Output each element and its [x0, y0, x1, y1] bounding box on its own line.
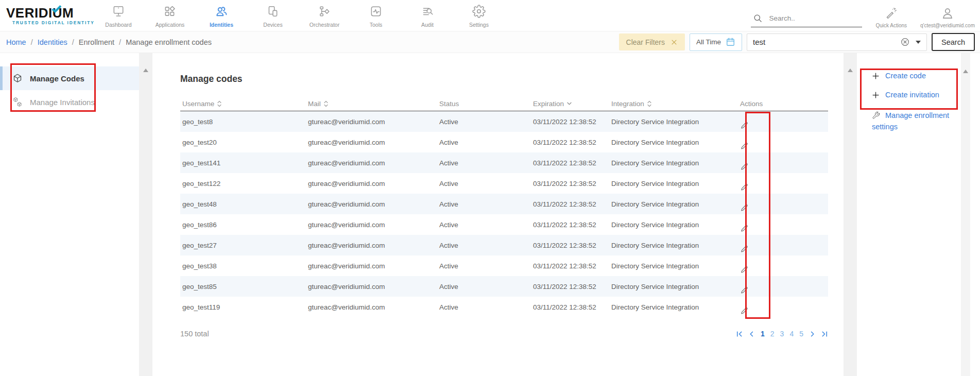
nav-audit[interactable]: Audit	[402, 0, 453, 31]
cell-mail: gtureac@veridiumid.com	[308, 303, 439, 311]
manage-enrollment-settings-link[interactable]: Manage enrollment settings	[872, 110, 965, 132]
nav-label: Tools	[370, 22, 383, 28]
breadcrumb-current-page: Manage enrollment codes	[126, 38, 212, 46]
logo-tagline: TRUSTED DIGITAL IDENTITY	[6, 20, 87, 25]
cell-expiration: 03/11/2022 12:38:52	[533, 159, 611, 167]
plus-icon	[872, 72, 880, 80]
cubes-icon	[12, 97, 23, 107]
edit-pencil-icon[interactable]	[740, 121, 828, 130]
close-icon	[670, 39, 678, 46]
scroll-up-arrow[interactable]	[848, 69, 853, 72]
right-panel-scrollbar[interactable]	[961, 53, 970, 376]
veridium-logo[interactable]: VERIDIUM TRUSTED DIGITAL IDENTITY	[6, 0, 87, 31]
time-filter-button[interactable]: All Time	[690, 33, 742, 51]
page-number-4[interactable]: 4	[789, 330, 794, 338]
sidebar-item-manage-invitations[interactable]: Manage Invitations	[0, 90, 139, 114]
clear-input-icon[interactable]	[901, 38, 909, 46]
content-area: Manage Codes Manage Invitations Manage c…	[0, 53, 980, 376]
cell-username: geo_test141	[180, 159, 308, 167]
cell-mail: gtureac@veridiumid.com	[308, 118, 439, 126]
chevron-down-icon[interactable]	[916, 41, 921, 44]
edit-pencil-icon[interactable]	[740, 142, 828, 150]
column-header-status[interactable]: Status	[439, 100, 533, 108]
cell-integration: Directory Service Integration	[611, 242, 740, 249]
table-row: geo_test38 gtureac@veridiumid.com Active…	[180, 255, 828, 276]
edit-pencil-icon[interactable]	[740, 306, 828, 315]
create-code-link[interactable]: Create code	[872, 72, 965, 80]
edit-pencil-icon[interactable]	[740, 265, 828, 274]
nav-devices[interactable]: Devices	[247, 0, 299, 31]
column-header-expiration[interactable]: Expiration	[533, 100, 611, 108]
breadcrumb-home[interactable]: Home	[6, 38, 26, 46]
cell-expiration: 03/11/2022 12:38:52	[533, 283, 611, 290]
nav-dashboard[interactable]: Dashboard	[93, 0, 144, 31]
table-row: geo_test119 gtureac@veridiumid.com Activ…	[180, 297, 828, 317]
quick-actions-label: Quick Actions	[875, 23, 907, 28]
nav-label: Orchestrator	[310, 22, 339, 28]
page-number-5[interactable]: 5	[799, 330, 803, 338]
create-invitation-link[interactable]: Create invitation	[872, 91, 965, 99]
breadcrumb: Home / Identities / Enrollment / Manage …	[6, 38, 212, 46]
cell-status: Active	[439, 180, 533, 187]
scroll-up-arrow[interactable]	[143, 69, 148, 72]
column-header-mail[interactable]: Mail	[308, 100, 439, 108]
breadcrumb-bar: Home / Identities / Enrollment / Manage …	[0, 31, 980, 53]
create-invitation-label: Create invitation	[885, 91, 939, 99]
nav-applications[interactable]: Applications	[144, 0, 196, 31]
table-search-field[interactable]	[747, 33, 927, 51]
cell-expiration: 03/11/2022 12:38:52	[533, 139, 611, 146]
cell-username: geo_test20	[180, 139, 308, 146]
nav-orchestrator[interactable]: Orchestrator	[299, 0, 350, 31]
global-search[interactable]	[751, 11, 862, 27]
table-row: geo_test141 gtureac@veridiumid.com Activ…	[180, 152, 828, 173]
edit-pencil-icon[interactable]	[740, 162, 828, 171]
quick-actions-button[interactable]: Quick Actions	[875, 3, 907, 28]
next-page-icon[interactable]	[809, 331, 816, 337]
user-menu[interactable]: q'ctest@veridiumid.com	[920, 3, 975, 28]
page-number-3[interactable]: 3	[780, 330, 784, 338]
breadcrumb-identities[interactable]: Identities	[38, 38, 67, 46]
cell-expiration: 03/11/2022 12:38:52	[533, 118, 611, 126]
edit-pencil-icon[interactable]	[740, 203, 828, 212]
cell-integration: Directory Service Integration	[611, 221, 740, 229]
sidebar-scrollbar[interactable]	[139, 53, 152, 376]
cell-status: Active	[439, 283, 533, 290]
sidebar-item-manage-codes[interactable]: Manage Codes	[0, 66, 139, 90]
prev-page-icon[interactable]	[748, 331, 755, 337]
first-page-icon[interactable]	[736, 331, 743, 337]
cell-mail: gtureac@veridiumid.com	[308, 242, 439, 249]
table-search-input[interactable]	[753, 38, 895, 46]
top-bar: VERIDIUM TRUSTED DIGITAL IDENTITY Dashbo…	[0, 0, 980, 31]
nav-tools[interactable]: Tools	[350, 0, 402, 31]
global-search-input[interactable]	[769, 14, 846, 22]
page-number-2[interactable]: 2	[770, 330, 775, 338]
cell-username: geo_test86	[180, 221, 308, 229]
search-button[interactable]: Search	[932, 33, 975, 51]
manage-settings-label: Manage enrollment settings	[872, 111, 949, 131]
time-filter-label: All Time	[696, 38, 721, 46]
right-panel: Create code Create invitation Manage enr…	[857, 53, 980, 376]
logo-check-icon	[51, 5, 62, 13]
column-header-integration[interactable]: Integration	[611, 100, 740, 108]
clear-filters-button[interactable]: Clear Filters	[619, 33, 685, 50]
edit-pencil-icon[interactable]	[740, 224, 828, 233]
edit-pencil-icon[interactable]	[740, 183, 828, 192]
nav-settings[interactable]: Settings	[453, 0, 505, 31]
cell-status: Active	[439, 262, 533, 270]
main-scrollbar[interactable]	[844, 53, 857, 376]
last-page-icon[interactable]	[821, 331, 828, 337]
scroll-up-arrow[interactable]	[963, 70, 968, 73]
user-icon	[941, 7, 954, 21]
page-number-1[interactable]: 1	[761, 330, 765, 338]
nav-label: Dashboard	[105, 22, 131, 28]
cell-actions	[740, 258, 828, 274]
column-header-username[interactable]: Username	[180, 100, 308, 108]
nav-label: Settings	[469, 22, 489, 28]
edit-pencil-icon[interactable]	[740, 286, 828, 295]
edit-pencil-icon[interactable]	[740, 245, 828, 253]
nav-identities[interactable]: Identities	[196, 0, 247, 31]
cell-expiration: 03/11/2022 12:38:52	[533, 303, 611, 311]
clear-filters-label: Clear Filters	[626, 38, 665, 46]
cell-expiration: 03/11/2022 12:38:52	[533, 262, 611, 270]
cell-status: Active	[439, 159, 533, 167]
